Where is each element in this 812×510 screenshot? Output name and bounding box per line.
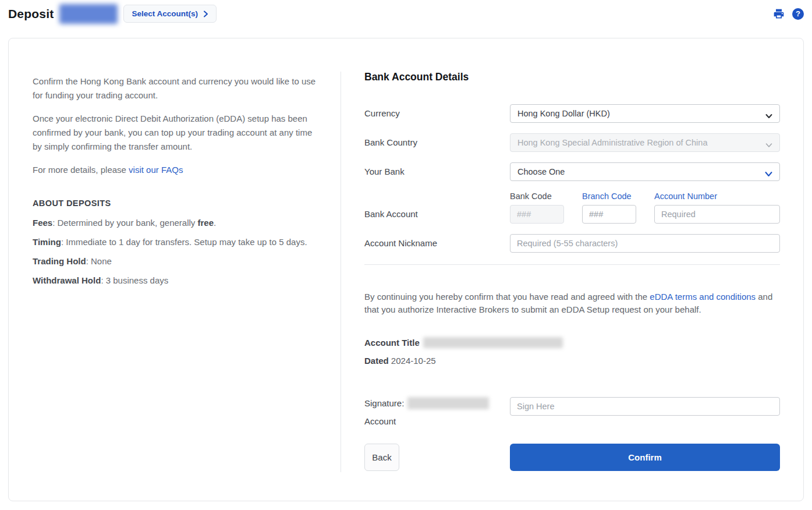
bank-code-label: Bank Code <box>510 192 564 201</box>
account-word-label: Account <box>364 416 510 426</box>
your-bank-label: Your Bank <box>364 162 510 181</box>
confirm-button[interactable]: Confirm <box>510 444 780 471</box>
account-nickname-row: Account Nickname <box>364 234 780 253</box>
branch-code-label[interactable]: Branch Code <box>582 192 636 201</box>
chevron-down-icon <box>765 169 772 179</box>
currency-select[interactable]: Hong Kong Dollar (HKD) <box>510 104 780 123</box>
about-item-fees: Fees: Determined by your bank, generally… <box>33 218 324 228</box>
form-heading: Bank Account Details <box>364 71 780 83</box>
instructions-column: Confirm the Hong Kong Bank account and c… <box>9 38 341 501</box>
your-bank-value: Choose One <box>517 167 565 176</box>
terms-paragraph: By continuing you hereby confirm that yo… <box>364 291 780 316</box>
bank-account-label: Bank Account <box>364 192 510 224</box>
edda-terms-link[interactable]: eDDA terms and conditions <box>650 292 756 302</box>
section-divider <box>364 264 780 265</box>
topbar-actions: ? <box>773 8 804 20</box>
page-title: Deposit <box>8 7 54 21</box>
help-icon[interactable]: ? <box>792 8 804 20</box>
bank-account-row: Bank Account Bank Code Branch Code Accou… <box>364 192 780 224</box>
deposit-card: Confirm the Hong Kong Bank account and c… <box>8 38 804 501</box>
bank-details-column: Bank Account Details Currency Hong Kong … <box>341 38 803 501</box>
signature-input[interactable] <box>510 397 780 416</box>
about-item-timing: Timing: Immediate to 1 day for transfers… <box>33 237 324 247</box>
intro-paragraph-1: Confirm the Hong Kong Bank account and c… <box>33 75 319 102</box>
about-item-trading-hold: Trading Hold: None <box>33 256 324 266</box>
select-accounts-button[interactable]: Select Account(s) <box>123 5 217 23</box>
account-nickname-label: Account Nickname <box>364 234 510 253</box>
top-bar: Deposit Select Account(s) ? <box>0 0 812 27</box>
signature-row: Signature: Account <box>364 397 780 426</box>
account-nickname-input[interactable] <box>510 234 780 253</box>
account-title-label: Account Title <box>364 338 420 348</box>
about-deposits-heading: ABOUT DEPOSITS <box>33 199 324 208</box>
select-accounts-label: Select Account(s) <box>132 9 198 18</box>
bank-code-field: Bank Code <box>510 192 564 224</box>
about-item-withdrawal-hold: Withdrawal Hold: 3 business days <box>33 275 324 285</box>
your-bank-select[interactable]: Choose One <box>510 162 780 181</box>
account-number-label[interactable]: Account Number <box>654 192 780 201</box>
account-number-input[interactable] <box>654 205 780 224</box>
branch-code-input[interactable] <box>582 205 636 224</box>
signature-label: Signature: <box>364 398 404 408</box>
currency-label: Currency <box>364 104 510 123</box>
dated-value: 2024-10-25 <box>391 356 436 366</box>
signature-redacted <box>407 397 489 409</box>
back-button[interactable]: Back <box>364 444 399 471</box>
faq-text: For more details, please <box>33 165 129 175</box>
chevron-down-icon <box>765 140 772 150</box>
currency-value: Hong Kong Dollar (HKD) <box>517 109 610 118</box>
chevron-right-icon <box>203 10 208 17</box>
chevron-down-icon <box>765 111 772 121</box>
your-bank-row: Your Bank Choose One <box>364 162 780 181</box>
bank-country-select: Hong Kong Special Administrative Region … <box>510 133 780 152</box>
intro-paragraph-3: For more details, please visit our FAQs <box>33 163 319 177</box>
faq-link[interactable]: visit our FAQs <box>129 165 183 175</box>
bank-code-input <box>510 205 564 224</box>
dated-label: Dated <box>364 356 389 366</box>
account-title-row: Account Title <box>364 337 780 348</box>
account-number-field: Account Number <box>654 192 780 224</box>
dated-row: Dated 2024-10-25 <box>364 356 780 366</box>
bank-country-label: Bank Country <box>364 133 510 152</box>
print-icon[interactable] <box>773 8 785 20</box>
bank-country-value: Hong Kong Special Administrative Region … <box>517 138 707 147</box>
bank-country-row: Bank Country Hong Kong Special Administr… <box>364 133 780 152</box>
currency-row: Currency Hong Kong Dollar (HKD) <box>364 104 780 123</box>
account-title-redacted <box>423 337 563 348</box>
intro-paragraph-2: Once your electronic Direct Debit Author… <box>33 112 319 154</box>
buttons-row: Back Confirm <box>364 444 780 483</box>
branch-code-field: Branch Code <box>582 192 636 224</box>
account-badge-redacted <box>59 4 118 24</box>
